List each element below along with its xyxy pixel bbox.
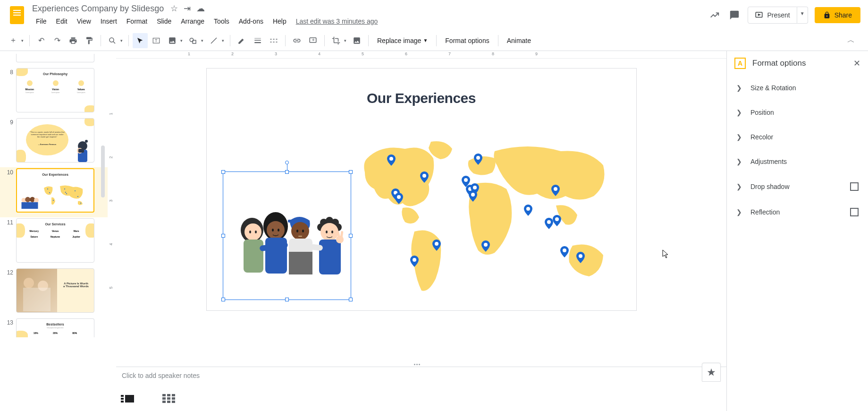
- menu-arrange[interactable]: Arrange: [177, 16, 208, 27]
- paint-format-button[interactable]: [82, 33, 97, 48]
- chevron-right-icon: ❯: [736, 183, 742, 190]
- link-tool[interactable]: [289, 33, 304, 48]
- border-weight-tool[interactable]: [250, 33, 265, 48]
- canvas-scroll[interactable]: Our Experiences: [116, 59, 726, 411]
- sidebar-item-size-rotation[interactable]: ❯ Size & Rotation: [727, 76, 868, 100]
- vertical-ruler[interactable]: 1 2 3 4 5: [108, 59, 116, 411]
- svg-rect-13: [273, 39, 275, 40]
- last-edit-link[interactable]: Last edit was 3 minutes ago: [292, 16, 382, 27]
- redo-button[interactable]: ↷: [50, 33, 65, 48]
- present-dropdown[interactable]: ▼: [797, 7, 808, 24]
- thumbnail-scrollbar[interactable]: [101, 146, 105, 197]
- menu-insert[interactable]: Insert: [97, 16, 121, 27]
- thumbnail-7-partial[interactable]: [16, 54, 94, 62]
- print-button[interactable]: [66, 33, 81, 48]
- replace-image-button[interactable]: Replace image ▼: [372, 34, 432, 47]
- menu-slide[interactable]: Slide: [153, 16, 175, 27]
- menu-tools[interactable]: Tools: [210, 16, 233, 27]
- image-tool[interactable]: [165, 33, 180, 48]
- comments-icon[interactable]: [728, 9, 741, 22]
- animate-button[interactable]: Animate: [502, 34, 536, 47]
- star-icon[interactable]: ☆: [170, 3, 178, 14]
- map-pin[interactable]: [420, 171, 429, 183]
- menubar: File Edit View Insert Format Slide Arran…: [32, 16, 708, 27]
- border-dash-tool[interactable]: [266, 33, 281, 48]
- app-logo[interactable]: [8, 6, 26, 25]
- thumbnail-panel[interactable]: 8 Our Philosophy MissionLorem ipsum Visi…: [0, 51, 108, 411]
- share-label: Share: [834, 11, 852, 19]
- select-tool[interactable]: [133, 33, 148, 48]
- comment-tool[interactable]: +: [305, 33, 320, 48]
- textbox-tool[interactable]: T: [149, 33, 164, 48]
- map-pin[interactable]: [551, 185, 560, 196]
- slide-10[interactable]: Our Experiences: [206, 68, 637, 311]
- mask-tool[interactable]: [349, 33, 364, 48]
- zoom-button[interactable]: [105, 33, 120, 48]
- present-button[interactable]: Present: [748, 7, 797, 24]
- map-pin[interactable]: [410, 256, 419, 267]
- cloud-icon[interactable]: ☁: [196, 3, 205, 14]
- sidebar-item-drop-shadow[interactable]: ❯ Drop shadow: [727, 174, 868, 199]
- map-pin[interactable]: [481, 240, 490, 252]
- speaker-notes[interactable]: Click to add speaker notes: [116, 367, 726, 385]
- map-pin[interactable]: [553, 215, 561, 226]
- map-pin[interactable]: [474, 154, 482, 165]
- menu-file[interactable]: File: [32, 16, 51, 27]
- svg-rect-10: [254, 40, 261, 41]
- new-slide-button[interactable]: ＋: [6, 33, 21, 48]
- map-pin[interactable]: [576, 252, 585, 263]
- thumbnail-13[interactable]: Bestsellers Description text goes here 1…: [16, 318, 94, 337]
- map-pin[interactable]: [524, 205, 532, 216]
- thumbnail-11[interactable]: Our Services Mercury Venus Mars Saturn N…: [16, 218, 94, 263]
- menu-addons[interactable]: Add-ons: [235, 16, 267, 27]
- document-title[interactable]: Experiences Company by Slidesgo: [32, 4, 164, 14]
- horizontal-ruler[interactable]: 1 2 3 4 5 6 7 8 9: [116, 51, 726, 59]
- sidebar-item-reflection[interactable]: ❯ Reflection: [727, 199, 868, 225]
- map-pin[interactable]: [469, 190, 477, 202]
- explore-button[interactable]: [702, 363, 721, 382]
- menu-edit[interactable]: Edit: [52, 16, 71, 27]
- map-pin[interactable]: [432, 240, 441, 251]
- separator: [230, 35, 230, 46]
- ruler-mark: 8: [492, 51, 494, 56]
- rotate-handle[interactable]: [285, 161, 289, 164]
- grid-view-icon[interactable]: [162, 394, 176, 403]
- people-illustration[interactable]: [224, 172, 352, 301]
- map-pin[interactable]: [387, 154, 396, 166]
- map-pin[interactable]: [395, 193, 403, 204]
- border-color-tool[interactable]: [234, 33, 249, 48]
- thumbnail-9[interactable]: "This is a quote, words full of wisdom t…: [16, 118, 94, 163]
- share-button[interactable]: Share: [815, 7, 860, 23]
- filmstrip-view-icon[interactable]: [121, 394, 134, 403]
- ruler-mark: 3: [109, 199, 113, 202]
- separator: [368, 35, 369, 46]
- thumbnail-10[interactable]: Our Experiences: [16, 168, 94, 213]
- map-pin[interactable]: [560, 246, 569, 257]
- menu-format[interactable]: Format: [123, 16, 151, 27]
- sidebar-item-recolor[interactable]: ❯ Recolor: [727, 125, 868, 149]
- service-mars: Mars: [67, 230, 85, 232]
- format-options-button[interactable]: Format options: [440, 34, 494, 47]
- map-pin[interactable]: [545, 218, 553, 229]
- thumbnail-12[interactable]: A Picture Is Worth a Thousand Words: [16, 268, 94, 313]
- reflection-checkbox[interactable]: [850, 208, 859, 216]
- thumb-title: A Picture Is Worth a Thousand Words: [63, 282, 89, 288]
- menu-view[interactable]: View: [73, 16, 95, 27]
- undo-button[interactable]: ↶: [34, 33, 49, 48]
- collapse-toolbar-icon[interactable]: ︿: [843, 33, 859, 48]
- slide-title[interactable]: Our Experiences: [207, 90, 636, 106]
- thumbnail-8[interactable]: Our Philosophy MissionLorem ipsum Vision…: [16, 68, 94, 112]
- activity-icon[interactable]: [708, 9, 721, 22]
- drop-shadow-checkbox[interactable]: [850, 182, 859, 191]
- close-icon[interactable]: ✕: [853, 58, 860, 68]
- shape-tool[interactable]: [185, 33, 201, 48]
- svg-point-58: [302, 230, 304, 232]
- svg-rect-38: [22, 202, 38, 209]
- move-icon[interactable]: ⇥: [184, 3, 191, 14]
- sidebar-item-position[interactable]: ❯ Position: [727, 100, 868, 125]
- separator: [436, 35, 437, 46]
- menu-help[interactable]: Help: [269, 16, 290, 27]
- sidebar-item-adjustments[interactable]: ❯ Adjustments: [727, 149, 868, 174]
- line-tool[interactable]: [206, 33, 221, 48]
- crop-tool[interactable]: [329, 33, 344, 48]
